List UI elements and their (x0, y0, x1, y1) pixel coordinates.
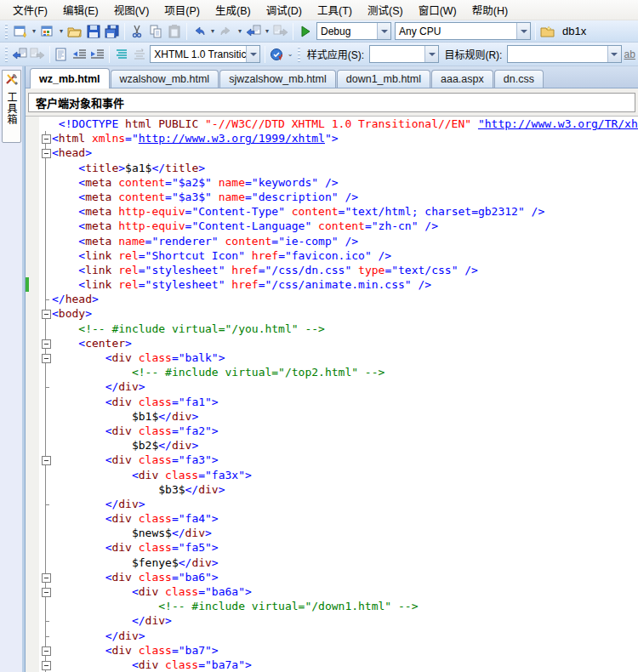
menu-debug[interactable]: 调试(D) (259, 0, 310, 20)
menu-view[interactable]: 视图(V) (106, 0, 157, 20)
target-rule-combo[interactable] (507, 45, 621, 63)
navigate-forward-icon[interactable] (29, 45, 47, 64)
decrease-indent-icon[interactable] (71, 45, 88, 64)
combo-dropdown-icon[interactable] (607, 46, 621, 62)
navigate-forward-icon[interactable] (271, 22, 290, 41)
toolbar-grip[interactable] (4, 24, 9, 39)
toolbox-tab[interactable]: 工具箱 (2, 70, 21, 143)
cut-icon[interactable] (128, 22, 146, 41)
navigate-backward-icon[interactable] (244, 22, 263, 41)
combo-dropdown-icon[interactable] (516, 23, 530, 39)
find-in-files-icon[interactable] (538, 22, 557, 41)
format-selection-icon[interactable] (130, 45, 148, 64)
code-line[interactable]: $b1$</div> (26, 409, 638, 424)
menu-file[interactable]: 文件(F) (5, 0, 55, 20)
open-folder-icon[interactable] (66, 22, 84, 41)
code-line[interactable]: </head> (26, 292, 638, 306)
menu-test[interactable]: 测试(S) (360, 0, 411, 20)
code-line[interactable]: <div class="fa4"> (26, 511, 638, 526)
code-line[interactable]: <!-- #include virtual="/top2.html" --> (26, 365, 638, 379)
code-line[interactable]: <div class="fa1"> (26, 395, 638, 409)
save-all-icon[interactable] (103, 22, 122, 41)
increase-indent-icon[interactable] (88, 45, 106, 64)
check-page-icon[interactable] (268, 45, 286, 64)
code-line[interactable]: <meta content="$a2$" name="keywords" /> (26, 175, 638, 190)
combo-dropdown-icon[interactable] (377, 23, 390, 39)
navigate-backward-icon[interactable] (11, 45, 29, 64)
toolbar-grip[interactable] (4, 47, 9, 62)
redo-icon[interactable] (217, 22, 236, 41)
code-line[interactable]: $news$</div> (26, 526, 638, 540)
tab-wzalshow-mb-html[interactable]: wzalshow_mb.html (111, 70, 219, 88)
toolbar-grip[interactable] (297, 47, 301, 62)
code-line[interactable]: <meta http-equiv="Content-Language" cont… (26, 219, 638, 233)
view-source-icon[interactable] (53, 45, 71, 64)
menu-build[interactable]: 生成(B) (208, 0, 259, 20)
code-line[interactable]: </div> (26, 613, 638, 628)
toolbar-overflow-icon[interactable]: ⌄ (286, 45, 294, 64)
style-overflow-icon[interactable]: ab (624, 48, 636, 60)
menu-help[interactable]: 帮助(H) (464, 0, 516, 20)
code-line[interactable]: $b2$</div> (26, 438, 638, 453)
code-line[interactable]: <link rel="Shortcut Icon" href="favicon.… (26, 248, 638, 263)
client-objects-dropdown[interactable]: 客户端对象和事件 (28, 93, 635, 112)
undo-dropdown-icon[interactable]: ▾ (208, 22, 217, 41)
tab-sjwzalshow-mb-html[interactable]: sjwzalshow_mb.html (219, 70, 336, 88)
format-document-icon[interactable] (112, 45, 130, 64)
new-project-dropdown-icon[interactable]: ▾ (30, 22, 38, 41)
collapse-toggle-icon[interactable] (39, 306, 52, 321)
add-item-icon[interactable] (38, 22, 57, 41)
code-line[interactable]: <!DOCTYPE html PUBLIC "-//W3C//DTD XHTML… (26, 117, 638, 131)
tab-aaa-aspx[interactable]: aaa.aspx (431, 70, 493, 88)
code-line[interactable]: <head> (26, 145, 638, 160)
code-editor[interactable]: <!DOCTYPE html PUBLIC "-//W3C//DTD XHTML… (26, 117, 638, 672)
code-line[interactable]: <div class="ba6"> (26, 570, 638, 584)
undo-icon[interactable] (190, 22, 208, 41)
code-line[interactable]: <center> (26, 336, 638, 350)
code-line[interactable]: <div class="fa5"> (26, 540, 638, 555)
start-debug-icon[interactable] (296, 22, 315, 41)
code-line[interactable]: <div class="balk"> (26, 350, 638, 365)
code-line[interactable]: <html xmlns="http://www.w3.org/1999/xhtm… (26, 131, 638, 145)
find-combo-value[interactable]: db1x (557, 25, 591, 37)
code-line[interactable]: <link rel="stylesheet" href="/css/dn.css… (26, 263, 638, 277)
paste-icon[interactable] (165, 22, 184, 41)
tab-wz-mb-html[interactable]: wz_mb.html (30, 68, 110, 88)
code-line[interactable]: <div class="ba6a"> (26, 584, 638, 599)
code-line[interactable]: <div class="fa3"> (26, 453, 638, 467)
collapse-toggle-icon[interactable] (39, 336, 52, 350)
code-line[interactable]: <title>$a1$</title> (26, 161, 638, 175)
code-line[interactable]: <div class="ba7a"> (26, 658, 638, 672)
menu-window[interactable]: 窗口(W) (411, 0, 464, 20)
code-line[interactable]: </div> (26, 629, 638, 643)
code-line[interactable]: <!-- #include virtual="/down1.html" --> (26, 599, 638, 613)
add-item-dropdown-icon[interactable]: ▾ (57, 22, 66, 41)
code-line[interactable]: <meta content="$a3$" name="description" … (26, 190, 638, 204)
code-line[interactable]: <meta name="renderer" content="ie-comp" … (26, 234, 638, 248)
menu-tools[interactable]: 工具(T) (310, 0, 360, 20)
style-apply-combo[interactable] (369, 45, 439, 63)
copy-icon[interactable] (146, 22, 165, 41)
code-line[interactable]: <body> (26, 306, 638, 321)
code-line[interactable]: $b3$</div> (26, 482, 638, 497)
code-line[interactable]: <!-- #include virtual="/you.html" --> (26, 322, 638, 336)
collapse-toggle-icon[interactable] (39, 350, 52, 365)
collapse-toggle-icon[interactable] (39, 131, 52, 145)
collapse-toggle-icon[interactable] (39, 643, 52, 658)
doctype-combo[interactable]: XHTML 1.0 Transitic (150, 45, 260, 63)
tab-dn-css[interactable]: dn.css (494, 70, 544, 88)
menu-project[interactable]: 项目(P) (157, 0, 208, 20)
code-line[interactable]: <div class="fa3x"> (26, 468, 638, 482)
redo-dropdown-icon[interactable]: ▾ (236, 22, 244, 41)
code-line[interactable]: <meta http-equiv="Content-Type" content=… (26, 204, 638, 219)
save-icon[interactable] (84, 22, 103, 41)
new-project-icon[interactable] (11, 22, 30, 41)
code-line[interactable]: </div> (26, 497, 638, 511)
platform-combo[interactable]: Any CPU (395, 22, 531, 40)
collapse-toggle-icon[interactable] (39, 145, 52, 160)
tab-down1-mb-html[interactable]: down1_mb.html (337, 70, 430, 88)
code-line[interactable]: $fenye$</div> (26, 555, 638, 570)
code-line[interactable]: <div class="fa2"> (26, 424, 638, 438)
combo-dropdown-icon[interactable] (246, 46, 259, 62)
code-line[interactable]: <div class="ba7"> (26, 643, 638, 658)
